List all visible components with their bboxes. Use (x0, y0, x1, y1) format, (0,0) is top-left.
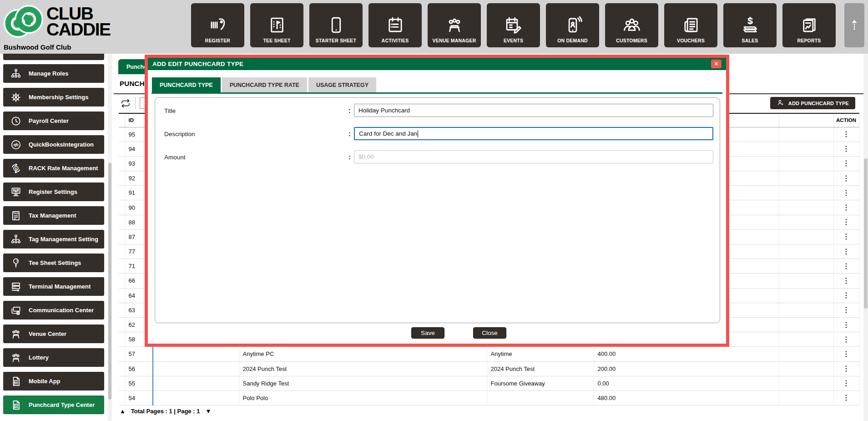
sidebar-item-tee-sheet-settings[interactable]: Tee Sheet Settings (3, 254, 104, 272)
content-scrollbar-thumb[interactable] (864, 158, 868, 309)
row-actions-menu-button[interactable]: ⋮ (843, 336, 850, 343)
nav-sales[interactable]: SALES (723, 3, 777, 47)
nav-customers[interactable]: CUSTOMERS (605, 3, 658, 47)
register-settings-icon (10, 186, 23, 198)
nav-events[interactable]: EVENTS (487, 3, 540, 47)
sidebar-scrollbar[interactable] (108, 54, 112, 421)
sales-icon (741, 12, 760, 38)
nav-label: ACTIVITIES (382, 38, 409, 43)
nav-label: REPORTS (797, 38, 821, 43)
sidebar-item-punchcard-type-center[interactable]: Punchcard Type Center (3, 396, 104, 414)
tab-punchcard-type[interactable]: PUNCHCARD TYPE (152, 77, 221, 92)
punchcard-form-panel: Title : Description : Card for Dec and J… (155, 97, 720, 323)
quickbooks-icon: qb (10, 139, 23, 151)
nav-register[interactable]: REGISTER (191, 3, 244, 47)
svg-text:TAX: TAX (13, 212, 18, 214)
sidebar-item-partial[interactable] (3, 54, 104, 60)
row-actions-menu-button[interactable]: ⋮ (843, 292, 850, 299)
scroll-up-icon (848, 18, 861, 33)
modal-close-button[interactable]: ✕ (711, 60, 722, 68)
row-actions-menu-button[interactable]: ⋮ (843, 189, 850, 197)
field-separator: : (348, 153, 351, 161)
nav-activities[interactable]: ACTIVITIES (368, 3, 422, 47)
app-root: CLUB CADDIE Bushwood Golf Club REGISTERT… (0, 0, 868, 421)
customers-icon (622, 12, 641, 38)
nav-reports[interactable]: REPORTS (782, 3, 836, 47)
cell-id: 54 (125, 391, 153, 405)
membership-settings-icon (10, 91, 23, 103)
cell-amount: 200.00 (594, 361, 779, 376)
nav-label: EVENTS (504, 38, 523, 43)
sidebar-item-mobile-app[interactable]: Mobile App (3, 372, 104, 391)
nav-starter-sheet[interactable]: STARTER SHEET (309, 3, 363, 47)
row-actions-menu-button[interactable]: ⋮ (843, 204, 850, 211)
modal-header: ADD EDIT PUNCHCARD TYPE ✕ (148, 58, 726, 70)
add-punchcard-type-button[interactable]: ADD PUNCHCARD TYPE (770, 97, 855, 109)
row-actions-menu-button[interactable]: ⋮ (843, 145, 850, 152)
row-actions-menu-button[interactable]: ⋮ (843, 218, 850, 226)
refresh-button[interactable] (120, 98, 131, 109)
content-scrollbar[interactable] (863, 54, 868, 421)
row-actions-menu-button[interactable]: ⋮ (843, 175, 850, 182)
row-actions-menu-button[interactable]: ⋮ (843, 365, 850, 372)
amount-input[interactable] (354, 150, 713, 163)
tax-management-icon: TAX (10, 210, 23, 222)
amount-label: Amount (164, 153, 186, 160)
sidebar-item-payroll-center[interactable]: Payroll Center (3, 112, 104, 130)
tee-sheet-settings-icon (10, 257, 23, 269)
row-actions-menu-button[interactable]: ⋮ (843, 350, 850, 358)
sidebar-item-lottery[interactable]: Lottery (3, 348, 104, 367)
activities-icon (386, 12, 405, 38)
row-actions-menu-button[interactable]: ⋮ (843, 233, 850, 240)
row-actions-menu-button[interactable]: ⋮ (843, 394, 850, 401)
sidebar-item-venue-center[interactable]: Venue Center (3, 325, 104, 343)
sidebar-item-register-settings[interactable]: Register Settings (3, 183, 104, 201)
sidebar-item-quickbooksintegration[interactable]: qbQuickBooksIntegration (3, 135, 104, 154)
sidebar-scrollbar-thumb[interactable] (108, 163, 111, 400)
sidebar-item-tax-management[interactable]: TAXTax Management (3, 206, 104, 225)
row-actions-menu-button[interactable]: ⋮ (843, 160, 850, 167)
sidebar-menu: Manage RolesMembership SettingsPayroll C… (0, 54, 107, 421)
sidebar-item-manage-roles[interactable]: Manage Roles (3, 64, 104, 83)
sidebar-item-rack-rate-management[interactable]: $RACK Rate Management (3, 159, 104, 178)
nav-label: REGISTER (205, 38, 230, 43)
scroll-up-button[interactable] (844, 3, 864, 47)
top-header: CLUB CADDIE Bushwood Golf Club REGISTERT… (0, 0, 868, 54)
row-actions-menu-button[interactable]: ⋮ (843, 248, 850, 255)
nav-tee-sheet[interactable]: TEE SHEET (250, 3, 303, 47)
nav-on-demand[interactable]: ON DEMAND (546, 3, 599, 47)
row-actions-menu-button[interactable]: ⋮ (843, 321, 850, 329)
tab-punchcard-type-rate[interactable]: PUNCHCARD TYPE RATE (222, 77, 307, 92)
nav-label: VOUCHERS (677, 38, 705, 43)
tab-usage-strategy[interactable]: USAGE STRATEGY (308, 77, 376, 92)
logo-text: CLUB CADDIE (46, 5, 111, 37)
title-input[interactable] (354, 104, 713, 117)
lottery-icon (10, 352, 23, 364)
sidebar-item-tag-management-setting[interactable]: Tag Management Setting (3, 230, 104, 249)
amount-field-row: Amount : (155, 150, 720, 163)
row-actions-menu-button[interactable]: ⋮ (843, 380, 850, 387)
row-actions-menu-button[interactable]: ⋮ (843, 263, 850, 270)
sidebar-item-membership-settings[interactable]: Membership Settings (3, 88, 104, 107)
title-label: Title (164, 107, 176, 114)
next-page-icon[interactable]: ▼ (205, 408, 211, 415)
sidebar-item-communication-center[interactable]: $Communication Center (3, 301, 104, 320)
cell-title: 2024 Punch Test (239, 361, 487, 376)
starter-sheet-icon (327, 12, 346, 38)
description-input[interactable]: Card for Dec and Jan (354, 127, 713, 140)
sidebar-item-terminal-management[interactable]: Terminal Management (3, 277, 104, 296)
reports-icon (800, 12, 819, 38)
barcode-scanner-icon (208, 12, 227, 38)
row-actions-menu-button[interactable]: ⋮ (843, 306, 850, 314)
nav-label: TEE SHEET (263, 38, 290, 43)
logo-rings-icon (4, 3, 44, 40)
nav-vouchers[interactable]: VOUCHERS (664, 3, 717, 47)
row-actions-menu-button[interactable]: ⋮ (843, 131, 850, 138)
cell-id: 56 (125, 361, 153, 376)
previous-page-icon[interactable]: ▲ (120, 408, 126, 415)
close-button[interactable]: Close (473, 327, 506, 339)
save-button[interactable]: Save (411, 327, 444, 339)
nav-venue-manager[interactable]: VENUE MANAGER (428, 3, 481, 47)
nav-label: STARTER SHEET (316, 38, 356, 43)
row-actions-menu-button[interactable]: ⋮ (843, 277, 850, 284)
